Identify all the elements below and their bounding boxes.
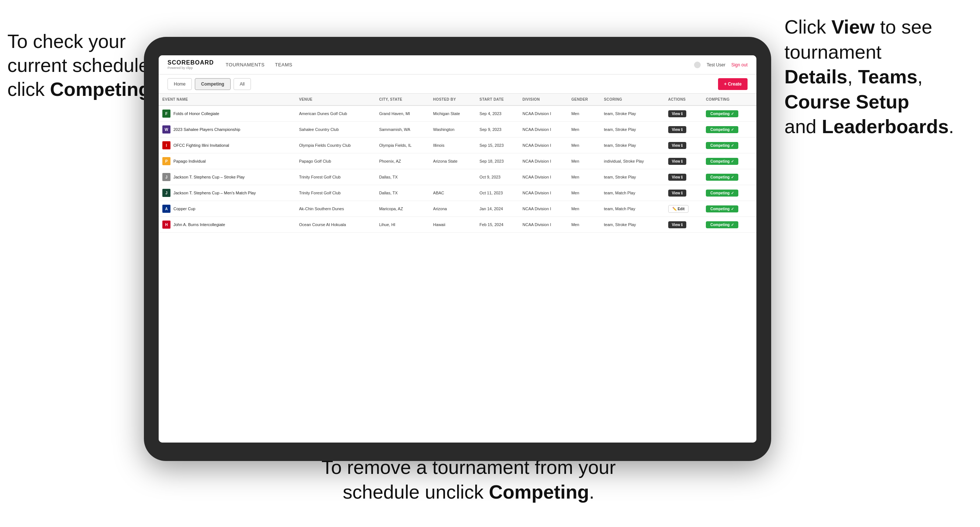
nav-tournaments[interactable]: TOURNAMENTS <box>226 62 265 67</box>
filter-competing[interactable]: Competing <box>195 78 231 90</box>
cell-action[interactable]: View ℹ <box>665 217 703 233</box>
cell-event-name: H John A. Burns Intercollegiate <box>159 217 295 233</box>
annotation-bottom: To remove a tournament from your schedul… <box>302 455 635 505</box>
logo-title: SCOREBOARD <box>167 60 214 66</box>
user-icon <box>694 62 701 68</box>
cell-action[interactable]: View ℹ <box>665 138 703 153</box>
cell-scoring: team, Match Play <box>600 185 665 201</box>
cell-scoring: team, Stroke Play <box>600 122 665 138</box>
cell-venue: Trinity Forest Golf Club <box>295 169 375 185</box>
cell-event-name: P Papago Individual <box>159 153 295 169</box>
create-button[interactable]: + Create <box>718 78 748 90</box>
col-event-name: EVENT NAME <box>159 94 295 105</box>
cell-action[interactable]: View ℹ <box>665 169 703 185</box>
cell-hosted: Michigan State <box>430 105 476 122</box>
event-name-text: 2023 Sahalee Players Championship <box>173 127 240 132</box>
edit-button[interactable]: ✏️ Edit <box>668 205 689 213</box>
filter-home[interactable]: Home <box>167 78 192 90</box>
view-button[interactable]: View ℹ <box>668 126 686 133</box>
table-row: P Papago Individual Papago Golf ClubPhoe… <box>159 153 756 169</box>
competing-button[interactable]: Competing ✓ <box>706 142 738 149</box>
nav-links: TOURNAMENTS TEAMS <box>226 62 694 67</box>
competing-button[interactable]: Competing ✓ <box>706 126 738 133</box>
cell-gender: Men <box>568 138 600 153</box>
cell-competing[interactable]: Competing ✓ <box>702 217 756 233</box>
team-logo: I <box>162 141 170 149</box>
table-row: J Jackson T. Stephens Cup – Stroke Play … <box>159 169 756 185</box>
competing-button[interactable]: Competing ✓ <box>706 110 738 117</box>
competing-button[interactable]: Competing ✓ <box>706 221 738 228</box>
cell-competing[interactable]: Competing ✓ <box>702 185 756 201</box>
view-button[interactable]: View ℹ <box>668 158 686 165</box>
table-container[interactable]: EVENT NAME VENUE CITY, STATE HOSTED BY S… <box>159 94 756 443</box>
filter-all[interactable]: All <box>234 78 251 90</box>
cell-event-name: J Jackson T. Stephens Cup – Stroke Play <box>159 169 295 185</box>
team-logo: H <box>162 221 170 229</box>
col-scoring: SCORING <box>600 94 665 105</box>
competing-button[interactable]: Competing ✓ <box>706 174 738 181</box>
table-row: W 2023 Sahalee Players Championship Saha… <box>159 122 756 138</box>
event-name-text: John A. Burns Intercollegiate <box>173 222 225 227</box>
cell-division: NCAA Division I <box>519 105 568 122</box>
cell-hosted: Arizona State <box>430 153 476 169</box>
event-name-text: Folds of Honor Collegiate <box>173 111 219 116</box>
team-logo: J <box>162 189 170 197</box>
event-name-text: Copper Cup <box>173 206 195 211</box>
cell-gender: Men <box>568 185 600 201</box>
cell-city: Olympia Fields, IL <box>375 138 429 153</box>
cell-venue: Trinity Forest Golf Club <box>295 185 375 201</box>
cell-division: NCAA Division I <box>519 153 568 169</box>
cell-event-name: W 2023 Sahalee Players Championship <box>159 122 295 138</box>
nav-user: Test User <box>706 62 725 67</box>
cell-action[interactable]: ✏️ Edit <box>665 201 703 217</box>
cell-hosted: Hawaii <box>430 217 476 233</box>
cell-action[interactable]: View ℹ <box>665 153 703 169</box>
cell-division: NCAA Division I <box>519 122 568 138</box>
event-name-text: Jackson T. Stephens Cup – Men's Match Pl… <box>173 190 256 195</box>
cell-competing[interactable]: Competing ✓ <box>702 105 756 122</box>
event-name-text: Jackson T. Stephens Cup – Stroke Play <box>173 175 245 179</box>
cell-competing[interactable]: Competing ✓ <box>702 169 756 185</box>
view-button[interactable]: View ℹ <box>668 110 686 117</box>
team-logo: W <box>162 125 170 133</box>
table-row: I OFCC Fighting Illini Invitational Olym… <box>159 138 756 153</box>
col-division: DIVISION <box>519 94 568 105</box>
table-header-row: EVENT NAME VENUE CITY, STATE HOSTED BY S… <box>159 94 756 105</box>
col-competing: COMPETING <box>702 94 756 105</box>
competing-button[interactable]: Competing ✓ <box>706 190 738 197</box>
cell-venue: Ocean Course At Hokuala <box>295 217 375 233</box>
nav-signout[interactable]: Sign out <box>731 62 748 67</box>
cell-date: Jan 14, 2024 <box>476 201 519 217</box>
tablet-screen: SCOREBOARD Powered by clipp TOURNAMENTS … <box>159 55 756 443</box>
cell-action[interactable]: View ℹ <box>665 185 703 201</box>
view-button[interactable]: View ℹ <box>668 174 686 181</box>
table-row: J Jackson T. Stephens Cup – Men's Match … <box>159 185 756 201</box>
cell-competing[interactable]: Competing ✓ <box>702 201 756 217</box>
cell-gender: Men <box>568 105 600 122</box>
cell-division: NCAA Division I <box>519 217 568 233</box>
cell-scoring: team, Stroke Play <box>600 138 665 153</box>
cell-event-name: J Jackson T. Stephens Cup – Men's Match … <box>159 185 295 201</box>
cell-action[interactable]: View ℹ <box>665 122 703 138</box>
cell-competing[interactable]: Competing ✓ <box>702 122 756 138</box>
cell-competing[interactable]: Competing ✓ <box>702 138 756 153</box>
nav-right: Test User Sign out <box>694 62 748 68</box>
col-hosted: HOSTED BY <box>430 94 476 105</box>
competing-button[interactable]: Competing ✓ <box>706 205 738 213</box>
view-button[interactable]: View ℹ <box>668 142 686 149</box>
view-button[interactable]: View ℹ <box>668 190 686 197</box>
cell-gender: Men <box>568 153 600 169</box>
cell-action[interactable]: View ℹ <box>665 105 703 122</box>
cell-date: Feb 15, 2024 <box>476 217 519 233</box>
col-venue: VENUE <box>295 94 375 105</box>
cell-hosted: Arizona <box>430 201 476 217</box>
cell-date: Sep 9, 2023 <box>476 122 519 138</box>
view-button[interactable]: View ℹ <box>668 221 686 228</box>
cell-division: NCAA Division I <box>519 169 568 185</box>
cell-event-name: I OFCC Fighting Illini Invitational <box>159 138 295 153</box>
competing-button[interactable]: Competing ✓ <box>706 158 738 165</box>
nav-teams[interactable]: TEAMS <box>275 62 292 67</box>
cell-gender: Men <box>568 201 600 217</box>
col-city: CITY, STATE <box>375 94 429 105</box>
cell-competing[interactable]: Competing ✓ <box>702 153 756 169</box>
